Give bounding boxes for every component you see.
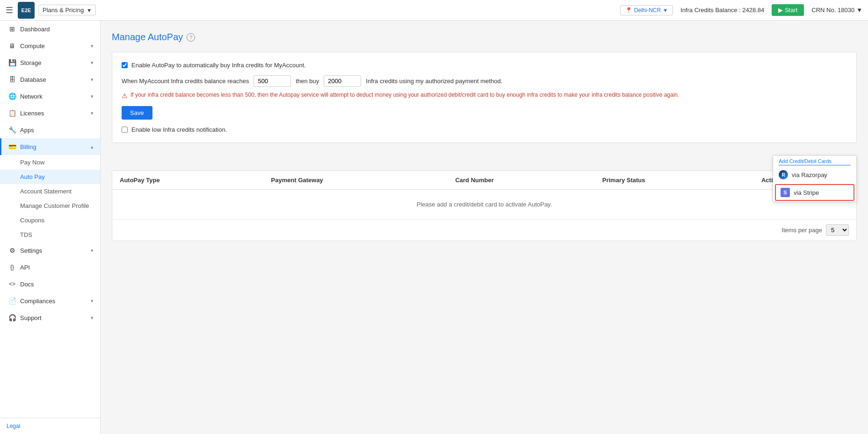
- help-icon[interactable]: ?: [187, 33, 195, 42]
- chevron-down-icon: ▾: [91, 248, 94, 254]
- sidebar-item-licenses[interactable]: 📋 Licenses ▾: [0, 105, 100, 121]
- layout: ⊞ Dashboard 🖥 Compute ▾ 💾 Storage ▾ 🗄 Da…: [0, 21, 868, 434]
- autopay-checkbox[interactable]: [122, 62, 128, 68]
- chevron-down-icon: ▾: [91, 43, 94, 49]
- col-primary-status: Primary Status: [595, 171, 754, 190]
- sidebar: ⊞ Dashboard 🖥 Compute ▾ 💾 Storage ▾ 🗄 Da…: [0, 21, 101, 434]
- page-title: Manage AutoPay ?: [112, 32, 857, 43]
- api-icon: {}: [8, 263, 16, 271]
- sidebar-item-label: Apps: [20, 127, 34, 134]
- sidebar-item-label: Compute: [20, 43, 45, 50]
- chevron-down-icon: ▾: [91, 298, 94, 304]
- network-icon: 🌐: [8, 92, 16, 100]
- docs-icon: <>: [8, 280, 16, 288]
- coupons-label: Coupons: [20, 217, 44, 224]
- pay-now-label: Pay Now: [20, 159, 44, 166]
- sidebar-subitem-manage-customer-profile[interactable]: Manage Customer Profile: [0, 199, 100, 213]
- sidebar-item-support[interactable]: 🎧 Support ▾: [0, 309, 100, 326]
- sidebar-item-label: Database: [20, 76, 46, 83]
- sidebar-item-label: Settings: [20, 247, 42, 254]
- chevron-up-icon: ▴: [91, 144, 94, 150]
- add-cards-dropdown: Add Credit/Debit Cards R via Razorpay S …: [773, 155, 857, 202]
- autopay-table-wrapper: AutoPay Type Payment Gateway Card Number…: [112, 171, 857, 241]
- crn-display[interactable]: CRN No. 18030 ▼: [811, 7, 862, 14]
- crn-arrow-icon: ▼: [856, 7, 862, 14]
- sidebar-subitem-coupons[interactable]: Coupons: [0, 213, 100, 228]
- sidebar-item-label: Docs: [20, 281, 34, 288]
- location-label: Delhi-NCR: [634, 7, 661, 14]
- sidebar-item-label: Support: [20, 314, 42, 321]
- chevron-down-icon: ▾: [91, 77, 94, 83]
- tds-label: TDS: [20, 231, 32, 238]
- sidebar-item-settings[interactable]: ⚙ Settings ▾: [0, 242, 100, 259]
- sidebar-item-label: API: [20, 264, 30, 271]
- credits-amount-input[interactable]: [324, 75, 361, 87]
- autopay-table: AutoPay Type Payment Gateway Card Number…: [112, 171, 856, 219]
- sidebar-item-compute[interactable]: 🖥 Compute ▾: [0, 37, 100, 54]
- dashboard-icon: ⊞: [8, 25, 16, 33]
- sidebar-item-storage[interactable]: 💾 Storage ▾: [0, 54, 100, 71]
- items-per-page-select[interactable]: 5 10 25 50: [826, 224, 849, 236]
- table-header-row: AutoPay Type Payment Gateway Card Number…: [112, 171, 856, 190]
- hamburger-icon[interactable]: ☰: [6, 5, 13, 15]
- plans-label: Plans & Pricing: [43, 7, 84, 14]
- autopay-config-card: Enable AutoPay to automatically buy Infr…: [112, 52, 857, 143]
- chevron-down-icon: ▾: [91, 93, 94, 100]
- header: ☰ E2E Plans & Pricing ▼ 📍 Delhi-NCR ▼ In…: [0, 0, 868, 21]
- autopay-warning: ⚠ If your infra credit balance becomes l…: [122, 92, 847, 100]
- sidebar-item-compliances[interactable]: 📄 Compliances ▾: [0, 292, 100, 309]
- compute-icon: 🖥: [8, 42, 16, 50]
- infra-credits-balance: Infra Credits Balance : 2428.84: [680, 7, 764, 14]
- sidebar-item-dashboard[interactable]: ⊞ Dashboard: [0, 21, 100, 37]
- col-card-number: Card Number: [448, 171, 594, 190]
- action-row: Add UPI Add Credit/Debit Cards R via Raz…: [112, 150, 857, 171]
- start-button[interactable]: ▶ Start: [772, 4, 804, 16]
- sidebar-item-label: Network: [20, 93, 43, 100]
- items-per-page-label: Items per page: [781, 227, 822, 234]
- storage-icon: 💾: [8, 58, 16, 67]
- sidebar-item-docs[interactable]: <> Docs: [0, 276, 100, 292]
- main-content: Manage AutoPay ? Enable AutoPay to autom…: [101, 21, 868, 434]
- chevron-down-icon: ▾: [91, 60, 94, 66]
- plans-arrow-icon: ▼: [87, 7, 92, 13]
- chevron-down-icon: ▾: [91, 110, 94, 116]
- credits-suffix-label: Infra credits using my authorized paymen…: [366, 78, 502, 85]
- sidebar-item-apps[interactable]: 🔧 Apps: [0, 121, 100, 138]
- sidebar-subitem-account-statement[interactable]: Account Statement: [0, 184, 100, 199]
- chevron-down-icon: ▾: [91, 315, 94, 321]
- credits-threshold-input[interactable]: [253, 75, 291, 87]
- sidebar-item-network[interactable]: 🌐 Network ▾: [0, 88, 100, 105]
- sidebar-subitem-pay-now[interactable]: Pay Now: [0, 155, 100, 170]
- apps-icon: 🔧: [8, 126, 16, 134]
- location-selector[interactable]: 📍 Delhi-NCR ▼: [620, 5, 673, 15]
- save-button[interactable]: Save: [122, 106, 152, 120]
- col-autopay-type: AutoPay Type: [112, 171, 264, 190]
- notification-row: Enable low Infra credits notification.: [122, 126, 847, 133]
- location-pin-icon: 📍: [625, 7, 632, 14]
- warning-text: If your infra credit balance becomes les…: [130, 92, 679, 98]
- credits-threshold-row: When MyAccount Infra credits balance rea…: [122, 75, 847, 87]
- sidebar-item-label: Storage: [20, 59, 42, 66]
- legal-link[interactable]: Legal: [7, 423, 20, 429]
- sidebar-item-billing[interactable]: 💳 Billing ▴: [0, 138, 100, 155]
- col-payment-gateway: Payment Gateway: [264, 171, 448, 190]
- sidebar-item-label: Licenses: [20, 110, 44, 117]
- notification-checkbox[interactable]: [122, 127, 128, 133]
- plans-pricing-button[interactable]: Plans & Pricing ▼: [38, 5, 96, 15]
- manage-customer-profile-label: Manage Customer Profile: [20, 202, 89, 209]
- razorpay-icon: R: [779, 170, 788, 179]
- notification-label: Enable low Infra credits notification.: [131, 126, 227, 133]
- via-stripe-option[interactable]: S via Stripe: [775, 184, 854, 201]
- via-razorpay-option[interactable]: R via Razorpay: [773, 166, 856, 183]
- warning-icon: ⚠: [122, 92, 128, 100]
- sidebar-item-label: Billing: [20, 143, 36, 150]
- stripe-icon: S: [781, 188, 790, 197]
- sidebar-item-database[interactable]: 🗄 Database ▾: [0, 71, 100, 88]
- sidebar-item-api[interactable]: {} API: [0, 259, 100, 276]
- settings-icon: ⚙: [8, 246, 16, 255]
- sidebar-subitem-auto-pay[interactable]: Auto Pay: [0, 170, 100, 184]
- licenses-icon: 📋: [8, 109, 16, 117]
- sidebar-item-label: Compliances: [20, 298, 55, 305]
- sidebar-subitem-tds[interactable]: TDS: [0, 228, 100, 242]
- dropdown-header-label: Add Credit/Debit Cards: [773, 156, 856, 165]
